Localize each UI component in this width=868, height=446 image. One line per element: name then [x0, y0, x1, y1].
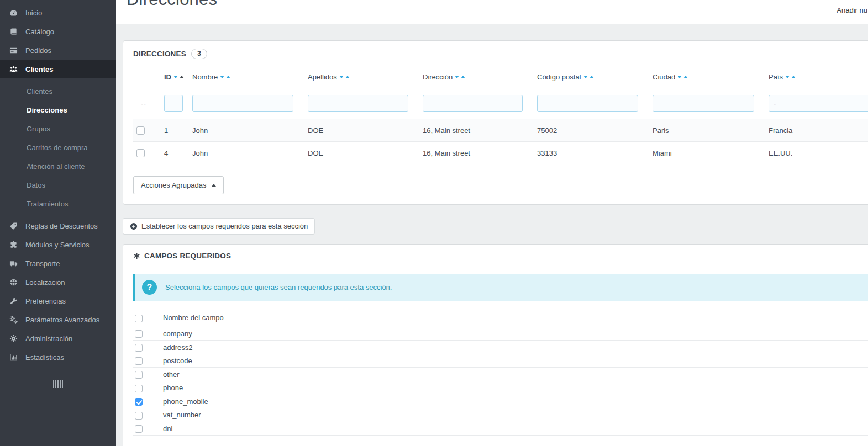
sidebar-item-reglas-descuentos[interactable]: Reglas de Descuentos — [0, 216, 116, 235]
field-checkbox[interactable] — [135, 398, 143, 406]
column-header-nombre[interactable]: Nombre — [189, 65, 304, 88]
list-item[interactable]: postcode — [133, 354, 868, 368]
required-panel-title: CAMPOS REQUERIDOS — [123, 245, 868, 266]
wrench-icon — [6, 297, 21, 305]
addresses-count-badge: 3 — [191, 49, 207, 59]
truck-icon — [6, 259, 21, 268]
submenu-item-datos[interactable]: Datos — [0, 176, 116, 194]
page-title: Direcciones — [127, 0, 868, 9]
sort-desc-icon[interactable] — [339, 76, 344, 78]
field-checkbox[interactable] — [135, 412, 143, 420]
required-fields-table: Nombre del campo company address2 postco… — [133, 311, 868, 436]
filter-nombre-input[interactable] — [192, 95, 293, 112]
addresses-header-row: ID Nombre Apellidos Dirección Código pos — [133, 65, 868, 88]
field-checkbox[interactable] — [135, 344, 143, 352]
fields-column-header: Nombre del campo — [160, 311, 868, 327]
credit-card-icon — [6, 46, 21, 55]
sidebar-item-inicio[interactable]: Inicio — [0, 3, 116, 22]
filter-codigo-postal-input[interactable] — [537, 95, 638, 112]
column-header-id[interactable]: ID — [161, 65, 189, 88]
globe-icon — [6, 278, 21, 286]
table-row[interactable]: 1 John DOE 16, Main street 75002 Paris F… — [133, 119, 868, 142]
filter-row: -- - — [133, 88, 868, 119]
column-header-apellidos[interactable]: Apellidos — [304, 65, 419, 88]
sidebar: Inicio Catálogo Pedidos Clientes Cliente… — [0, 0, 116, 446]
field-checkbox[interactable] — [135, 357, 143, 365]
addresses-table: ID Nombre Apellidos Dirección Código pos — [133, 65, 868, 164]
set-required-fields-button[interactable]: Establecer los campos requeridos para es… — [123, 218, 315, 235]
field-checkbox[interactable] — [135, 385, 143, 392]
sidebar-item-localizacion[interactable]: Localización — [0, 273, 116, 291]
clientes-submenu: Clientes Direcciones Grupos Carritos de … — [0, 78, 116, 216]
caret-up-icon — [212, 184, 216, 187]
column-header-codigo-postal[interactable]: Código postal — [534, 65, 649, 88]
submenu-item-grupos[interactable]: Grupos — [0, 119, 116, 138]
sidebar-collapse-handle[interactable] — [0, 380, 116, 388]
sidebar-item-estadisticas[interactable]: Estadísticas — [0, 348, 116, 367]
gears-icon — [6, 316, 21, 324]
filter-apellidos-input[interactable] — [308, 95, 408, 112]
book-icon — [6, 28, 21, 36]
sort-desc-icon[interactable] — [785, 76, 790, 78]
sort-asc-icon[interactable] — [226, 76, 230, 78]
addresses-panel-title: DIRECCIONES 3 — [123, 41, 868, 65]
list-item[interactable]: phone — [133, 381, 868, 395]
sidebar-item-catalogo[interactable]: Catálogo — [0, 22, 116, 41]
list-item[interactable]: other — [133, 368, 868, 381]
submenu-item-clientes[interactable]: Clientes — [0, 82, 116, 100]
submenu-item-tratamientos[interactable]: Tratamientos — [0, 194, 116, 213]
sort-asc-icon[interactable] — [345, 76, 350, 78]
sort-desc-icon[interactable] — [173, 76, 178, 78]
filter-ciudad-input[interactable] — [653, 95, 754, 112]
plus-circle-icon — [130, 222, 138, 230]
sidebar-item-preferencias[interactable]: Preferencias — [0, 291, 116, 310]
filter-placeholder: -- — [136, 100, 146, 108]
sort-asc-icon[interactable] — [791, 76, 796, 78]
field-checkbox[interactable] — [135, 371, 143, 379]
filter-direccion-input[interactable] — [423, 95, 523, 112]
column-header-pais[interactable]: País — [765, 65, 868, 88]
sort-asc-icon[interactable] — [683, 76, 688, 78]
sidebar-item-transporte[interactable]: Transporte — [0, 254, 116, 273]
submenu-item-carritos[interactable]: Carritos de compra — [0, 138, 116, 157]
submenu-item-direcciones[interactable]: Direcciones — [0, 100, 116, 119]
addresses-panel: DIRECCIONES 3 ID Nombre — [123, 40, 868, 205]
sort-asc-icon[interactable] — [590, 76, 594, 78]
sort-asc-icon[interactable] — [180, 76, 184, 78]
submenu-item-atencion[interactable]: Atención al cliente — [0, 157, 116, 176]
row-checkbox[interactable] — [136, 149, 145, 157]
sort-desc-icon[interactable] — [455, 76, 459, 78]
list-item[interactable]: vat_number — [133, 408, 868, 422]
select-all-checkbox[interactable] — [135, 315, 143, 322]
table-row[interactable]: 4 John DOE 16, Main street 33133 Miami E… — [133, 142, 868, 164]
field-checkbox[interactable] — [135, 425, 143, 433]
bulk-actions-button[interactable]: Acciones Agrupadas — [133, 176, 224, 194]
question-icon: ? — [142, 280, 157, 295]
sidebar-item-pedidos[interactable]: Pedidos — [0, 41, 116, 60]
sort-desc-icon[interactable] — [677, 76, 682, 78]
row-checkbox[interactable] — [136, 126, 145, 135]
field-checkbox[interactable] — [135, 330, 143, 338]
users-icon — [6, 65, 21, 73]
sort-desc-icon[interactable] — [220, 76, 224, 78]
filter-id-input[interactable] — [164, 95, 183, 112]
column-header-ciudad[interactable]: Ciudad — [649, 65, 765, 88]
list-item[interactable]: company — [133, 327, 868, 341]
add-new-address-button[interactable]: Añadir nu — [837, 6, 867, 14]
dashboard-icon — [6, 9, 21, 17]
page-header: Direcciones — [116, 0, 868, 24]
filter-pais-select[interactable]: - — [769, 95, 868, 112]
required-fields-panel: CAMPOS REQUERIDOS ? Selecciona los campo… — [123, 244, 868, 446]
sort-desc-icon[interactable] — [583, 76, 588, 78]
list-item[interactable]: dni — [133, 422, 868, 436]
list-item[interactable]: address2 — [133, 341, 868, 354]
sidebar-item-clientes[interactable]: Clientes — [0, 60, 116, 78]
column-header-direccion[interactable]: Dirección — [419, 65, 534, 88]
list-item[interactable]: phone_mobile — [133, 395, 868, 408]
puzzle-icon — [6, 241, 21, 249]
sidebar-item-modulos[interactable]: Módulos y Servicios — [0, 235, 116, 254]
sidebar-item-administracion[interactable]: Administración — [0, 329, 116, 348]
sort-asc-icon[interactable] — [461, 76, 465, 78]
sidebar-item-parametros[interactable]: Parámetros Avanzados — [0, 310, 116, 329]
main-content: Direcciones Añadir nu DIRECCIONES 3 ID — [116, 0, 868, 446]
